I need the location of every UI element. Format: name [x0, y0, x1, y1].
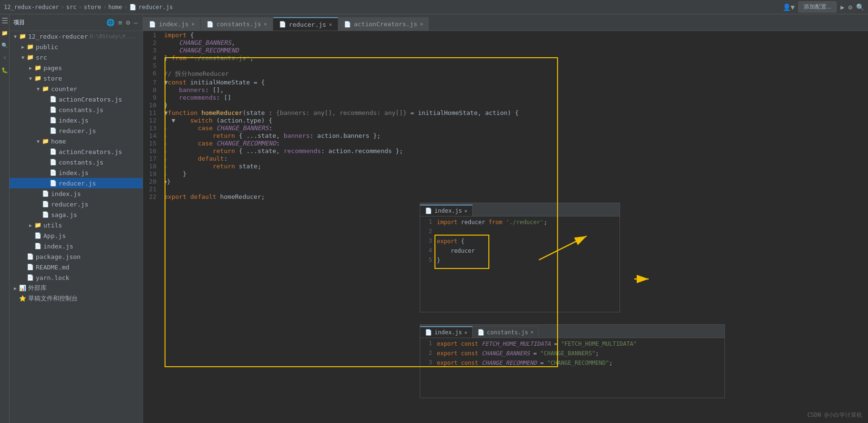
new-file-icon[interactable]: 🌐	[105, 18, 115, 27]
sidebar-item-store[interactable]: ▼ 📁 store	[10, 73, 143, 83]
tab-close-btn[interactable]: ×	[329, 22, 332, 27]
mini-code-line: 4 reducer	[420, 247, 620, 257]
code-line: 13 ◇ case CHANGE_BANNERS:	[143, 124, 868, 132]
sidebar-item-src-index[interactable]: 📄 index.js	[10, 241, 143, 251]
sidebar-item-home-index[interactable]: 📄 index.js	[10, 167, 143, 178]
arrow-icon: ▼	[19, 55, 27, 60]
line-content: ◇ case CHANGE_BANNERS:	[162, 124, 868, 132]
mini-line-content: export const FETCH_HOME_MULTIDATA = "FET…	[437, 340, 637, 347]
code-line: 14 ◇ return { ...state, banners: action.…	[143, 132, 868, 139]
sidebar-item-package-json[interactable]: 📄 package.json	[10, 251, 143, 262]
code-line: 8 banners: [],	[143, 86, 868, 93]
code-line: 12 ▼ switch (action.type) {	[143, 116, 868, 124]
tab-close-btn[interactable]: ×	[420, 21, 423, 27]
tab-reducer[interactable]: 📄 reducer.js ×	[273, 17, 338, 31]
label: 外部库	[28, 284, 47, 292]
sidebar-item-store-saga[interactable]: 📄 saga.js	[10, 209, 143, 220]
sidebar-item-readme[interactable]: 📄 README.md	[10, 262, 143, 272]
search-icon[interactable]: 🔍	[856, 3, 864, 11]
sidebar-item-counter-index[interactable]: 📄 index.js	[10, 115, 143, 125]
sidebar-item-home-const[interactable]: 📄 constants.js	[10, 157, 143, 167]
sidebar-item-counter-reducer[interactable]: 📄 reducer.js	[10, 125, 143, 136]
line-content	[162, 62, 868, 69]
collapse-icon[interactable]: —	[133, 18, 139, 27]
sort-icon[interactable]: ≡	[117, 18, 123, 27]
mini-tab-index-2[interactable]: 📄 index.js ×	[420, 326, 473, 338]
sidebar-item-drafts[interactable]: ⭐ 草稿文件和控制台	[10, 293, 143, 304]
js-file-icon: 📄	[50, 180, 57, 186]
sidebar-item-counter-ac[interactable]: 📄 actionCreators.js	[10, 94, 143, 104]
js-file-icon: 📄	[50, 106, 57, 113]
mini-tab-close[interactable]: ×	[531, 330, 534, 335]
sidebar-item-root[interactable]: ▼ 📁 12_redux-reducer D:\BStudy\大...	[10, 31, 143, 41]
js-file-icon: 📄	[50, 159, 57, 165]
sidebar-header-label: 项目	[13, 19, 25, 27]
sidebar-item-home-reducer[interactable]: 📄 reducer.js	[10, 178, 143, 188]
sidebar-item-public[interactable]: ▶ 📁 public	[10, 41, 143, 52]
settings-icon[interactable]: ⚙	[125, 18, 131, 27]
tab-close-btn[interactable]: ×	[264, 21, 267, 27]
tab-action-creators[interactable]: 📄 actionCreators.js ×	[338, 17, 429, 31]
folder-icon[interactable]: 📁	[1, 29, 9, 37]
mini-tab-constants[interactable]: 📄 constants.js ×	[473, 326, 539, 338]
arrow-icon: ▼	[11, 34, 19, 39]
line-content: CHANGE_BANNERS,	[162, 39, 868, 46]
line-content: ◇ return { ...state, banners: action.ban…	[162, 132, 868, 139]
breadcrumb-item: reducer.js	[138, 4, 173, 10]
debug-icon[interactable]: 🐛	[1, 66, 9, 74]
line-content	[162, 185, 868, 193]
mini-code-line: 2	[420, 228, 620, 237]
mini-code-line: 3 export {	[420, 237, 620, 247]
tab-file-icon: 📄	[279, 21, 286, 28]
sidebar-item-pages[interactable]: ▶ 📁 pages	[10, 62, 143, 73]
mini-tab-label: index.js	[434, 329, 462, 336]
code-line: 2 CHANGE_BANNERS,	[143, 39, 868, 46]
sidebar-item-store-reducer[interactable]: 📄 reducer.js	[10, 199, 143, 209]
mini-code-2: 1 export const FETCH_HOME_MULTIDATA = "F…	[420, 338, 724, 371]
user-icon[interactable]: 👤▼	[783, 3, 795, 11]
folder-icon: 📁	[34, 222, 41, 228]
line-content: CHANGE_RECOMMEND	[162, 46, 868, 54]
sidebar-item-home[interactable]: ▼ 📁 home	[10, 136, 143, 146]
label: reducer.js	[51, 201, 88, 208]
sidebar-item-utils[interactable]: ▶ 📁 utils	[10, 220, 143, 230]
sidebar-item-counter[interactable]: ▼ 📁 counter	[10, 83, 143, 94]
tab-close-btn[interactable]: ×	[192, 21, 195, 27]
label: yarn.lock	[36, 274, 69, 281]
sidebar-item-home-ac[interactable]: 📄 actionCreators.js	[10, 146, 143, 157]
sidebar-item-store-index[interactable]: 📄 index.js	[10, 188, 143, 199]
sidebar-item-yarn-lock[interactable]: 📄 yarn.lock	[10, 272, 143, 283]
settings-icon[interactable]: ⚙	[848, 3, 852, 11]
code-line: 6 // 拆分homeReducer	[143, 69, 868, 78]
line-content: // 拆分homeReducer	[162, 69, 868, 78]
sidebar-item-app[interactable]: 📄 App.js	[10, 230, 143, 241]
watermark: CSDN @小白学计算机	[807, 411, 862, 419]
line-number: 20	[143, 177, 162, 185]
tab-file-icon: 📄	[149, 21, 156, 28]
git-icon[interactable]: ⑂	[1, 54, 9, 62]
folder-icon: 📁	[42, 85, 49, 92]
tab-constants[interactable]: 📄 constants.js ×	[201, 17, 273, 31]
search-icon[interactable]: 🔍	[1, 41, 9, 49]
sidebar-item-counter-const[interactable]: 📄 constants.js	[10, 104, 143, 115]
mini-tab-close[interactable]: ×	[465, 208, 467, 214]
activity-bar: ☰ 📁 🔍 ⑂ 🐛	[0, 14, 10, 423]
run-icon[interactable]: ▶	[840, 3, 844, 11]
js-file-icon: 📄	[42, 211, 49, 218]
arrow-icon: ▼	[34, 86, 42, 92]
line-content: recommends: []	[162, 93, 868, 101]
line-content: export default homeReducer;	[162, 193, 868, 200]
sidebar-item-src[interactable]: ▼ 📁 src	[10, 52, 143, 62]
tab-index[interactable]: 📄 index.js ×	[143, 17, 201, 31]
mini-tab-close[interactable]: ×	[465, 330, 467, 335]
add-config-button[interactable]: 添加配置...	[798, 1, 837, 12]
menu-icon[interactable]: ☰	[1, 17, 9, 24]
sidebar-item-external[interactable]: ▶ 📊 外部库	[10, 283, 143, 293]
bar-icon: 📊	[19, 285, 26, 291]
line-number: 18	[143, 162, 162, 170]
mini-tab-index[interactable]: 📄 index.js ×	[420, 205, 473, 216]
arrow-icon: ▼	[27, 76, 34, 81]
line-content: } from './constants.js';	[162, 54, 868, 62]
tab-label: index.js	[159, 21, 189, 28]
mini-line-number: 5	[420, 257, 437, 263]
